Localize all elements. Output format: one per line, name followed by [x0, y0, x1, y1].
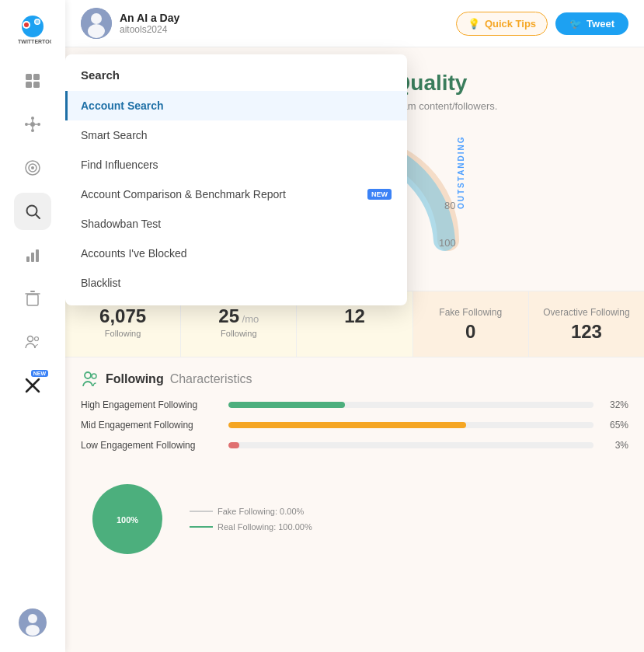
fake-following-value: 0: [421, 321, 520, 343]
search-dropdown-title: Search: [65, 62, 407, 91]
bar-pct-mid: 65%: [601, 420, 628, 431]
quick-tips-label: Quick Tips: [485, 18, 536, 30]
bar-fill-low: [228, 442, 239, 448]
bar-pct-low: 3%: [601, 440, 628, 451]
bar-track-high: [228, 402, 594, 408]
profile-handle: aitools2024: [120, 24, 179, 35]
following-characteristics-text: Characteristics: [170, 372, 252, 386]
svg-rect-26: [36, 249, 39, 262]
stat-value-12: 12: [305, 305, 404, 327]
dropdown-item-blacklist-label: Blacklist: [81, 277, 120, 289]
dropdown-item-account-search-label: Account Search: [81, 99, 164, 112]
sidebar-item-stats[interactable]: [14, 236, 51, 274]
dropdown-item-find-influencers-label: Find Influencers: [81, 159, 158, 171]
bar-row-low-engagement: Low Engagement Following 3%: [81, 440, 628, 451]
svg-rect-27: [27, 295, 38, 305]
dropdown-item-benchmark-label: Account Comparison & Benchmark Report: [81, 188, 286, 200]
bar-track-low: [228, 442, 594, 448]
svg-point-21: [31, 166, 34, 169]
dropdown-item-shadowban[interactable]: Shadowban Test: [65, 209, 407, 239]
svg-point-14: [37, 123, 40, 126]
svg-point-10: [30, 122, 35, 127]
profile-info: An AI a Day aitools2024: [120, 12, 179, 35]
following-section: Following Characteristics High Engagemen…: [65, 357, 644, 472]
svg-rect-9: [33, 82, 40, 88]
new-badge: NEW: [31, 370, 48, 377]
svg-point-4: [36, 20, 40, 24]
svg-line-23: [36, 214, 40, 218]
profile-section: An AI a Day aitools2024: [81, 8, 179, 39]
dropdown-item-blocked-label: Accounts I've Blocked: [81, 247, 187, 260]
stat-cell-fake-following: Fake Following 0: [413, 291, 529, 357]
dropdown-item-blocked[interactable]: Accounts I've Blocked: [65, 239, 407, 268]
overactive-following-label: Overactive Following: [537, 307, 636, 318]
dropdown-item-account-search[interactable]: Account Search: [65, 91, 407, 120]
sidebar-item-dashboard[interactable]: [14, 62, 51, 99]
new-tag-benchmark: NEW: [367, 189, 392, 200]
svg-rect-24: [26, 256, 30, 262]
following-title: Following Characteristics: [81, 370, 628, 389]
svg-text:100: 100: [439, 237, 456, 249]
svg-point-30: [28, 336, 33, 342]
pie-chart-section: 100% Fake Following: 0.00% Real Followin…: [65, 472, 644, 566]
stat-value-following-total: 6,075: [73, 305, 172, 327]
svg-point-11: [31, 117, 34, 120]
svg-text:OUTSTANDING: OUTSTANDING: [457, 135, 465, 209]
header-avatar: [81, 8, 112, 39]
bar-fill-high: [228, 402, 345, 408]
svg-point-36: [91, 13, 102, 24]
svg-point-46: [92, 374, 96, 378]
stat-value-following-mo: 25 /mo: [189, 305, 288, 327]
pie-chart: 100%: [81, 472, 174, 566]
svg-rect-8: [26, 82, 32, 88]
user-avatar[interactable]: [19, 608, 47, 636]
twitter-icon: 🐦: [569, 18, 582, 30]
bar-pct-high: 32%: [601, 399, 628, 410]
quick-tips-icon: 💡: [468, 18, 480, 30]
sidebar-item-users[interactable]: [14, 323, 51, 361]
fake-following-label: Fake Following: [421, 307, 520, 318]
dropdown-item-shadowban-label: Shadowban Test: [81, 218, 161, 230]
svg-point-45: [85, 372, 91, 378]
header-actions: 💡 Quick Tips 🐦 Tweet: [456, 12, 628, 36]
stat-cell-overactive-following: Overactive Following 123: [529, 291, 644, 357]
dropdown-item-smart-search[interactable]: Smart Search: [65, 120, 407, 150]
sidebar-item-target[interactable]: [14, 149, 51, 187]
bar-fill-mid: [228, 422, 466, 428]
svg-point-33: [28, 614, 37, 623]
bar-track-mid: [228, 422, 594, 428]
svg-point-13: [25, 123, 28, 126]
svg-point-34: [26, 625, 40, 636]
tweet-button[interactable]: 🐦 Tweet: [555, 12, 628, 35]
svg-rect-7: [33, 74, 40, 80]
dropdown-item-blacklist[interactable]: Blacklist: [65, 268, 407, 298]
legend-real: Real Following: 100.00%: [190, 522, 312, 532]
legend-fake: Fake Following: 0.00%: [190, 507, 312, 516]
quick-tips-button[interactable]: 💡 Quick Tips: [456, 12, 548, 36]
sidebar-item-network[interactable]: [14, 106, 51, 143]
sidebar-item-twitter-x[interactable]: NEW: [14, 367, 51, 404]
header: An AI a Day aitools2024 💡 Quick Tips 🐦 T…: [65, 0, 644, 47]
overactive-following-value: 123: [537, 321, 636, 343]
dropdown-item-find-influencers[interactable]: Find Influencers: [65, 150, 407, 180]
bar-label-mid: Mid Engagement Following: [81, 420, 221, 431]
pie-legend: Fake Following: 0.00% Real Following: 10…: [190, 507, 312, 532]
svg-point-31: [35, 337, 39, 341]
sidebar: TWITTERTOOL: [0, 0, 65, 652]
svg-rect-25: [31, 253, 34, 262]
bar-row-high-engagement: High Engagement Following 32%: [81, 399, 628, 410]
dropdown-item-benchmark-report[interactable]: Account Comparison & Benchmark Report NE…: [65, 180, 407, 209]
svg-point-2: [24, 23, 29, 27]
profile-name: An AI a Day: [120, 12, 179, 24]
sidebar-item-delete[interactable]: [14, 280, 51, 317]
following-icon: [81, 370, 99, 389]
search-dropdown[interactable]: Search Account Search Smart Search Find …: [65, 54, 407, 305]
svg-text:TWITTERTOOL: TWITTERTOOL: [18, 39, 51, 44]
sidebar-item-search[interactable]: [14, 193, 51, 230]
bar-row-mid-engagement: Mid Engagement Following 65%: [81, 420, 628, 431]
svg-text:100%: 100%: [117, 515, 138, 525]
svg-rect-6: [26, 74, 32, 80]
svg-point-37: [88, 24, 105, 38]
svg-text:80: 80: [444, 200, 455, 211]
svg-point-12: [31, 129, 34, 132]
